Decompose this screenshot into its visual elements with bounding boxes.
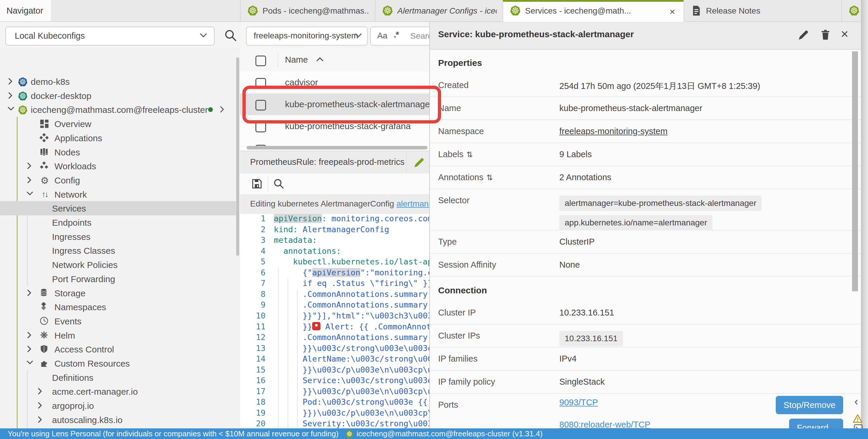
- sidebar-item-overview[interactable]: Overview: [0, 117, 236, 131]
- sidebar-item-services[interactable]: Services: [0, 201, 236, 215]
- sidebar-item-storage[interactable]: Storage: [0, 286, 236, 300]
- code-line: 10}}"}],"html":"\u003ch3\u003e\u: [240, 311, 429, 322]
- sidebar-item-events[interactable]: Events: [0, 314, 236, 328]
- detail-row-cluster-ips: Cluster IPs10.233.16.151: [430, 325, 862, 347]
- panel-scrollbar-thumb[interactable]: [852, 52, 858, 291]
- sidebar-item-label: Overview: [54, 119, 91, 129]
- code-token: AlertmanagerConfig: [303, 225, 390, 234]
- code-line: 1apiVersion: monitoring.coreos.com/v1: [240, 214, 429, 225]
- sidebar-item-port-forwarding[interactable]: Port Forwarding: [0, 272, 236, 286]
- sidebar-item-access-control[interactable]: Access Control: [0, 342, 236, 356]
- chevron-right-icon[interactable]: [8, 92, 13, 99]
- sidebar-item-argoproj-io[interactable]: argoproj.io: [0, 399, 236, 413]
- sidebar-item-label: Definitions: [52, 373, 93, 383]
- chevron-right-icon[interactable]: [8, 78, 13, 85]
- detail-panel-title: Service: kube-prometheus-stack-alertmana…: [438, 29, 634, 39]
- sidebar-item-icecheng-mathmast-com-freeleaps-cluster[interactable]: icecheng@mathmast.com@freeleaps-cluster: [0, 103, 236, 117]
- sort-updown-icon[interactable]: ⇅: [486, 173, 493, 182]
- yaml-editor[interactable]: 1apiVersion: monitoring.coreos.com/v12ki…: [240, 214, 429, 428]
- chevron-down-icon[interactable]: [8, 106, 14, 111]
- chevron-right-icon[interactable]: [27, 163, 32, 169]
- chevron-right-icon[interactable]: [219, 106, 225, 113]
- chevron-down-icon[interactable]: [27, 191, 33, 196]
- chevron-right-icon[interactable]: [27, 290, 32, 296]
- sidebar-item-ingress-classes[interactable]: Ingress Classes: [0, 243, 236, 258]
- close-icon[interactable]: ×: [669, 6, 675, 18]
- chevron-right-icon[interactable]: [37, 416, 42, 423]
- collapse-chevron-icon[interactable]: ‹: [855, 395, 858, 408]
- sidebar-item-definitions[interactable]: Definitions: [0, 370, 236, 385]
- namespace-link[interactable]: freeleaps-monitoring-system: [559, 127, 668, 136]
- code-token: ":"monitoring.core: [361, 268, 429, 277]
- gear-icon: ⚙: [40, 175, 50, 185]
- tab-4[interactable]: Release Notes: [684, 0, 840, 21]
- sidebar-scrollbar-thumb[interactable]: [236, 57, 239, 256]
- port-stop-remove-button[interactable]: Stop/Remove: [776, 396, 843, 414]
- editor-search-icon[interactable]: [273, 178, 284, 189]
- code-token: {": [303, 268, 312, 277]
- active-cluster-status: icecheng@mathmast.com@freeleaps-cluster …: [345, 429, 542, 438]
- chevron-right-icon[interactable]: [27, 177, 32, 183]
- code-token: apiVersion: [274, 214, 322, 223]
- save-icon[interactable]: [251, 178, 262, 189]
- sidebar-item-network[interactable]: ↑↓Network: [0, 187, 236, 201]
- close-icon[interactable]: ×: [841, 27, 853, 39]
- kubeconfig-select[interactable]: Local Kubeconfigs: [5, 27, 215, 45]
- sidebar-item-label: Access Control: [54, 344, 114, 354]
- search-input[interactable]: Aa .* Search: [370, 27, 429, 45]
- edit-pencil-icon[interactable]: [798, 29, 810, 41]
- namespace-select-value: freeleaps-monitoring-system: [254, 31, 358, 40]
- sidebar-item-namespaces[interactable]: Namespaces: [0, 300, 236, 314]
- sidebar-item-helm[interactable]: Helm: [0, 328, 236, 342]
- sidebar-item-workloads[interactable]: Workloads: [0, 159, 236, 173]
- horizontal-scrollbar-thumb[interactable]: [247, 146, 428, 149]
- detail-row-ip-families: IP familiesIPv4: [430, 347, 862, 370]
- section-heading: Connection: [430, 276, 862, 301]
- chevron-right-icon[interactable]: [27, 332, 32, 339]
- code-text: {"apiVersion":"monitoring.core: [303, 268, 430, 277]
- chevron-down-icon: [200, 33, 207, 38]
- chevron-right-icon[interactable]: [27, 346, 32, 352]
- sidebar-item-nodes[interactable]: Nodes: [0, 145, 236, 159]
- detail-label: Selector: [438, 196, 469, 205]
- detail-value: SingleStack: [559, 377, 604, 387]
- code-token: metadata: [274, 235, 312, 245]
- sidebar-item-applications[interactable]: Applications: [0, 131, 236, 145]
- chevron-right-icon[interactable]: [37, 388, 42, 395]
- search-icon[interactable]: [224, 29, 237, 42]
- sidebar-item-docker-desktop[interactable]: docker-desktop: [0, 89, 236, 103]
- delete-trash-icon[interactable]: [819, 29, 832, 41]
- editing-resource-link[interactable]: alertmanager: [397, 199, 429, 208]
- warning-icon[interactable]: [852, 414, 863, 423]
- tab-2[interactable]: Alertmanager Configs - icec...: [375, 0, 503, 21]
- chevron-down-icon[interactable]: [27, 360, 33, 365]
- sidebar-item-acme-cert-manager-io[interactable]: acme.cert-manager.io: [0, 384, 236, 399]
- regex-toggle[interactable]: .*: [394, 30, 399, 40]
- detail-row-namespace: Namespacefreeleaps-monitoring-system: [430, 120, 862, 143]
- sidebar-item-endpoints[interactable]: Endpoints: [0, 215, 236, 230]
- tab-3[interactable]: Services - icecheng@math...×: [503, 0, 684, 24]
- sort-updown-icon[interactable]: ⇅: [466, 150, 473, 159]
- sidebar-item-ingresses[interactable]: Ingresses: [0, 230, 236, 244]
- sidebar-item-config[interactable]: ⚙Config: [0, 173, 236, 187]
- column-name[interactable]: Name: [285, 55, 308, 65]
- sort-asc-icon[interactable]: [316, 57, 323, 62]
- sidebar-item-custom-resources[interactable]: Custom Resources: [0, 356, 236, 370]
- sidebar-item-label: Ingress Classes: [52, 246, 115, 256]
- sidebar-item-autoscaling-k8s-io[interactable]: autoscaling.k8s.io: [0, 413, 236, 427]
- port-forward-button[interactable]: Forward...: [789, 418, 843, 428]
- chevron-right-icon[interactable]: [37, 402, 42, 409]
- port-link[interactable]: 9093/TCP: [559, 398, 598, 407]
- detail-label: IP family policy: [438, 377, 495, 387]
- namespace-select[interactable]: freeleaps-monitoring-system: [246, 27, 368, 45]
- match-case-toggle[interactable]: Aa: [377, 31, 387, 40]
- sidebar-item-network-policies[interactable]: Network Policies: [0, 258, 236, 272]
- edit-pencil-icon[interactable]: [413, 157, 425, 168]
- detail-label: Type: [438, 237, 457, 247]
- service-row-4[interactable]: kube-prometheus-stack-…: [240, 137, 429, 146]
- port-link[interactable]: 8080:reloader-web/TCP: [559, 420, 650, 428]
- tab-1[interactable]: Pods - icecheng@mathmas...: [240, 0, 375, 21]
- navigator-header: Navigator: [0, 0, 51, 21]
- sidebar-item-demo-k8s[interactable]: demo-k8s: [0, 74, 236, 89]
- select-all-checkbox[interactable]: [255, 56, 266, 66]
